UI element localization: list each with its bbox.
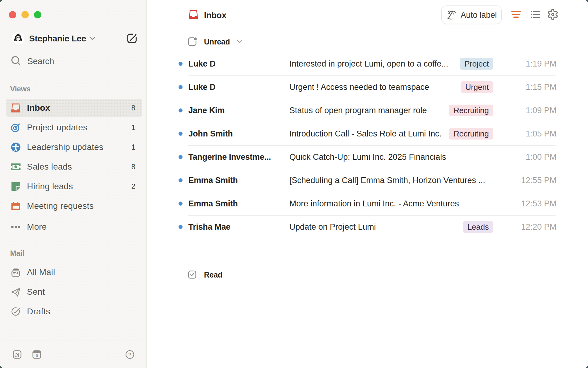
svg-text:N: N bbox=[15, 351, 19, 358]
svg-text:?: ? bbox=[128, 352, 131, 358]
svg-text:6: 6 bbox=[36, 353, 38, 358]
